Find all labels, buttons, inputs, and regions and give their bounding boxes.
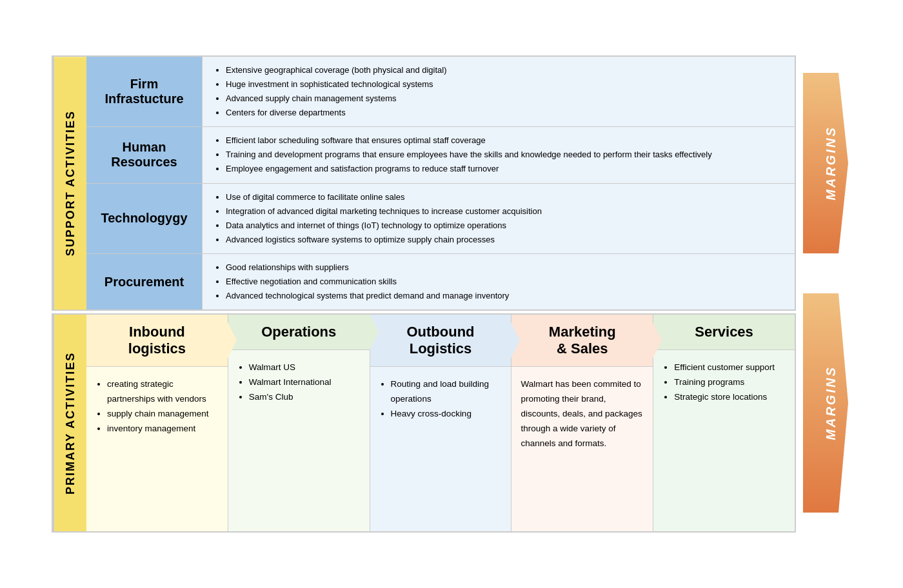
bullet: Centers for diverse departments xyxy=(226,106,447,120)
bullet: Use of digital commerce to facilitate on… xyxy=(226,190,542,204)
bullet: inventory management xyxy=(107,422,219,436)
bullet: Sam's Club xyxy=(249,390,361,405)
header-marketing: Marketing& Sales xyxy=(511,315,653,367)
marketing-text: Walmart has been commited to promoting t… xyxy=(521,377,644,451)
content-tech: Use of digital commerce to facilitate on… xyxy=(203,184,795,253)
bullet: Extensive geographical coverage (both ph… xyxy=(226,63,447,77)
support-row-hr: HumanResources Efficient labor schedulin… xyxy=(86,127,795,183)
diagram-wrapper: SUPPORT ACTIVITIES FirmInfrastucture Ext… xyxy=(52,55,851,533)
category-tech: Technologygy xyxy=(86,184,203,253)
bullet: Training programs xyxy=(674,375,786,390)
bullet: Training and development programs that e… xyxy=(226,148,712,162)
margins-wrapper: MARGINS MARGINS xyxy=(800,55,851,533)
bullet: Good relationships with suppliers xyxy=(226,260,509,275)
category-hr: HumanResources xyxy=(86,127,203,182)
content-firm: Extensive geographical coverage (both ph… xyxy=(203,57,795,126)
bullet: Efficient labor scheduling software that… xyxy=(226,133,712,148)
support-row-firm: FirmInfrastucture Extensive geographical… xyxy=(86,57,795,127)
category-proc: Procurement xyxy=(86,254,203,309)
col-marketing: Marketing& Sales Walmart has been commit… xyxy=(511,315,653,531)
support-rows: FirmInfrastucture Extensive geographical… xyxy=(86,57,795,309)
primary-section: PRIMARY ACTIVITIES Inboundlogistics crea… xyxy=(52,313,796,533)
header-operations: Operations xyxy=(228,315,370,350)
bullet: Efficient customer support xyxy=(674,360,786,375)
body-marketing: Walmart has been commited to promoting t… xyxy=(511,367,653,531)
col-operations: Operations Walmart US Walmart Internatio… xyxy=(228,315,370,531)
bullet: Advanced supply chain management systems xyxy=(226,92,447,106)
bullet: Data analytics and internet of things (I… xyxy=(226,219,542,233)
col-services: Services Efficient customer support Trai… xyxy=(653,315,795,531)
bullet: Integration of advanced digital marketin… xyxy=(226,204,542,219)
svg-text:MARGINS: MARGINS xyxy=(824,126,838,200)
header-services: Services xyxy=(653,315,795,350)
svg-text:MARGINS: MARGINS xyxy=(824,366,838,440)
support-row-proc: Procurement Good relationships with supp… xyxy=(86,254,795,309)
category-firm: FirmInfrastucture xyxy=(86,57,203,126)
body-operations: Walmart US Walmart International Sam's C… xyxy=(228,350,370,531)
margin-top-svg: MARGINS xyxy=(803,73,848,253)
primary-columns: Inboundlogistics creating strategic part… xyxy=(86,315,795,531)
col-inbound: Inboundlogistics creating strategic part… xyxy=(86,315,228,531)
margin-bottom-svg: MARGINS xyxy=(803,293,848,513)
bullet: Employee engagement and satisfaction pro… xyxy=(226,162,712,176)
bullet: Advanced technological systems that pred… xyxy=(226,289,509,303)
bullet: creating strategic partnerships with ven… xyxy=(107,377,219,407)
bullet: Strategic store locations xyxy=(674,390,786,405)
content-proc: Good relationships with suppliers Effect… xyxy=(203,254,795,309)
margin-top-arrow: MARGINS xyxy=(800,55,851,271)
primary-label: PRIMARY ACTIVITIES xyxy=(53,315,86,531)
support-row-tech: Technologygy Use of digital commerce to … xyxy=(86,184,795,254)
body-inbound: creating strategic partnerships with ven… xyxy=(86,367,228,531)
bullet: Huge investment in sophisticated technol… xyxy=(226,77,447,92)
bullet: supply chain management xyxy=(107,407,219,422)
header-inbound: Inboundlogistics xyxy=(86,315,228,367)
bullet: Walmart International xyxy=(249,375,361,390)
header-outbound: OutboundLogistics xyxy=(370,315,511,367)
bullet: Routing and load building operations xyxy=(391,377,502,407)
main-content: SUPPORT ACTIVITIES FirmInfrastucture Ext… xyxy=(52,55,796,533)
bullet: Advanced logistics software systems to o… xyxy=(226,233,542,247)
margin-bottom-arrow: MARGINS xyxy=(800,276,851,530)
body-outbound: Routing and load building operations Hea… xyxy=(370,367,511,531)
content-hr: Efficient labor scheduling software that… xyxy=(203,127,795,182)
bullet: Effective negotiation and communication … xyxy=(226,275,509,289)
body-services: Efficient customer support Training prog… xyxy=(653,350,795,531)
support-label: SUPPORT ACTIVITIES xyxy=(53,57,86,309)
col-outbound: OutboundLogistics Routing and load build… xyxy=(370,315,512,531)
bullet: Walmart US xyxy=(249,360,361,375)
outer-wrapper: SUPPORT ACTIVITIES FirmInfrastucture Ext… xyxy=(52,55,851,533)
support-section: SUPPORT ACTIVITIES FirmInfrastucture Ext… xyxy=(52,55,796,311)
bullet: Heavy cross-docking xyxy=(391,407,502,422)
